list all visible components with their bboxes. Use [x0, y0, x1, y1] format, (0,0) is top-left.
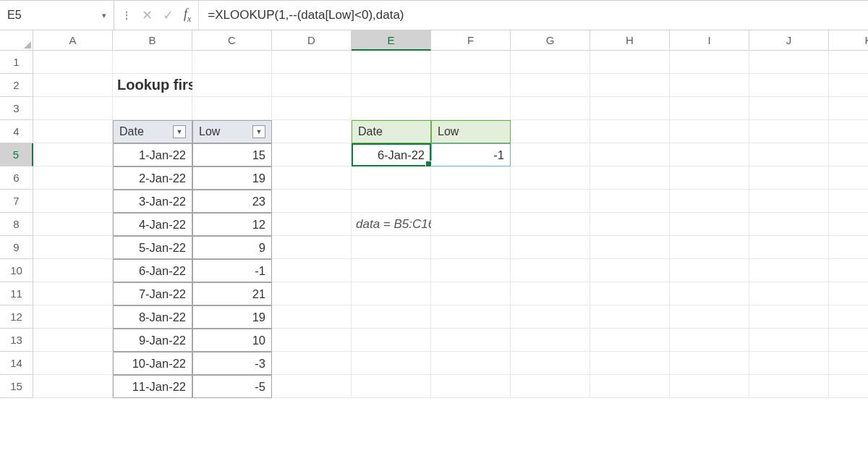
col-header-G[interactable]: G: [511, 30, 590, 51]
cell-H3[interactable]: [590, 97, 670, 120]
table-row[interactable]: 19: [192, 305, 272, 329]
cell-A7[interactable]: [33, 190, 113, 213]
cell-D9[interactable]: [272, 236, 352, 259]
cell-D5[interactable]: [272, 143, 352, 166]
cell-A3[interactable]: [33, 97, 113, 120]
cell-E13[interactable]: [352, 329, 431, 352]
cell-F3[interactable]: [431, 97, 511, 120]
cell-K3[interactable]: [829, 97, 868, 120]
cell-H9[interactable]: [590, 236, 670, 259]
cell-H1[interactable]: [590, 51, 670, 74]
cell-F7[interactable]: [431, 190, 511, 213]
cell-H8[interactable]: [590, 213, 670, 236]
cell-I8[interactable]: [670, 213, 749, 236]
cell-G6[interactable]: [511, 166, 590, 190]
cell-A8[interactable]: [33, 213, 113, 236]
col-header-E[interactable]: E: [352, 30, 431, 51]
row-header-14[interactable]: 14: [0, 352, 33, 375]
row-header-15[interactable]: 15: [0, 375, 33, 398]
name-box[interactable]: E5 ▾: [0, 1, 114, 30]
cell-J6[interactable]: [749, 166, 829, 190]
cell-G1[interactable]: [511, 51, 590, 74]
result-header-date[interactable]: Date: [352, 120, 431, 143]
table-row[interactable]: 1-Jan-22: [113, 143, 192, 166]
cell-K2[interactable]: [829, 74, 868, 97]
table-row[interactable]: -1: [192, 259, 272, 282]
cell-F1[interactable]: [431, 51, 511, 74]
result-header-low[interactable]: Low: [431, 120, 511, 143]
spreadsheet-grid[interactable]: ABCDEFGHIJK12Lookup first negative value…: [0, 30, 868, 398]
cell-K11[interactable]: [829, 282, 868, 305]
table-row[interactable]: 3-Jan-22: [113, 190, 192, 213]
table-row[interactable]: 23: [192, 190, 272, 213]
cell-H6[interactable]: [590, 166, 670, 190]
cell-F14[interactable]: [431, 352, 511, 375]
cell-J9[interactable]: [749, 236, 829, 259]
col-header-J[interactable]: J: [749, 30, 829, 51]
cell-G3[interactable]: [511, 97, 590, 120]
cell-J4[interactable]: [749, 120, 829, 143]
cell-E12[interactable]: [352, 305, 431, 329]
row-header-3[interactable]: 3: [0, 97, 33, 120]
cell-I3[interactable]: [670, 97, 749, 120]
col-header-K[interactable]: K: [829, 30, 868, 51]
cell-D3[interactable]: [272, 97, 352, 120]
cell-H12[interactable]: [590, 305, 670, 329]
cell-B1[interactable]: [113, 51, 192, 74]
chevron-down-icon[interactable]: ▾: [102, 11, 106, 20]
cell-I14[interactable]: [670, 352, 749, 375]
cell-I9[interactable]: [670, 236, 749, 259]
cell-G15[interactable]: [511, 375, 590, 398]
cell-K12[interactable]: [829, 305, 868, 329]
more-icon[interactable]: ⋮: [122, 9, 132, 21]
cell-A15[interactable]: [33, 375, 113, 398]
cell-G7[interactable]: [511, 190, 590, 213]
col-header-A[interactable]: A: [33, 30, 113, 51]
table-row[interactable]: 7-Jan-22: [113, 282, 192, 305]
col-header-H[interactable]: H: [590, 30, 670, 51]
cell-F9[interactable]: [431, 236, 511, 259]
cell-K5[interactable]: [829, 143, 868, 166]
cell-H15[interactable]: [590, 375, 670, 398]
cell-B3[interactable]: [113, 97, 192, 120]
cell-J14[interactable]: [749, 352, 829, 375]
cell-J10[interactable]: [749, 259, 829, 282]
row-header-4[interactable]: 4: [0, 120, 33, 143]
cell-H2[interactable]: [590, 74, 670, 97]
cell-I7[interactable]: [670, 190, 749, 213]
cell-K13[interactable]: [829, 329, 868, 352]
cell-K7[interactable]: [829, 190, 868, 213]
cell-D14[interactable]: [272, 352, 352, 375]
row-header-12[interactable]: 12: [0, 305, 33, 329]
cell-E2[interactable]: [352, 74, 431, 97]
cell-E10[interactable]: [352, 259, 431, 282]
cell-A13[interactable]: [33, 329, 113, 352]
cell-F13[interactable]: [431, 329, 511, 352]
row-header-13[interactable]: 13: [0, 329, 33, 352]
cell-I1[interactable]: [670, 51, 749, 74]
cell-C1[interactable]: [192, 51, 272, 74]
cell-J5[interactable]: [749, 143, 829, 166]
col-header-F[interactable]: F: [431, 30, 511, 51]
col-header-I[interactable]: I: [670, 30, 749, 51]
table-row[interactable]: 21: [192, 282, 272, 305]
cell-A12[interactable]: [33, 305, 113, 329]
cell-J3[interactable]: [749, 97, 829, 120]
cell-J8[interactable]: [749, 213, 829, 236]
cell-D1[interactable]: [272, 51, 352, 74]
cell-J12[interactable]: [749, 305, 829, 329]
col-header-B[interactable]: B: [113, 30, 192, 51]
cell-I4[interactable]: [670, 120, 749, 143]
row-header-8[interactable]: 8: [0, 213, 33, 236]
result-low[interactable]: -1: [431, 143, 511, 166]
cell-F2[interactable]: [431, 74, 511, 97]
cell-G14[interactable]: [511, 352, 590, 375]
cell-A5[interactable]: [33, 143, 113, 166]
cell-K14[interactable]: [829, 352, 868, 375]
filter-dropdown-icon[interactable]: ▼: [252, 125, 265, 138]
cell-I5[interactable]: [670, 143, 749, 166]
cell-H7[interactable]: [590, 190, 670, 213]
filter-dropdown-icon[interactable]: ▼: [173, 125, 186, 138]
cell-D8[interactable]: [272, 213, 352, 236]
cell-D13[interactable]: [272, 329, 352, 352]
